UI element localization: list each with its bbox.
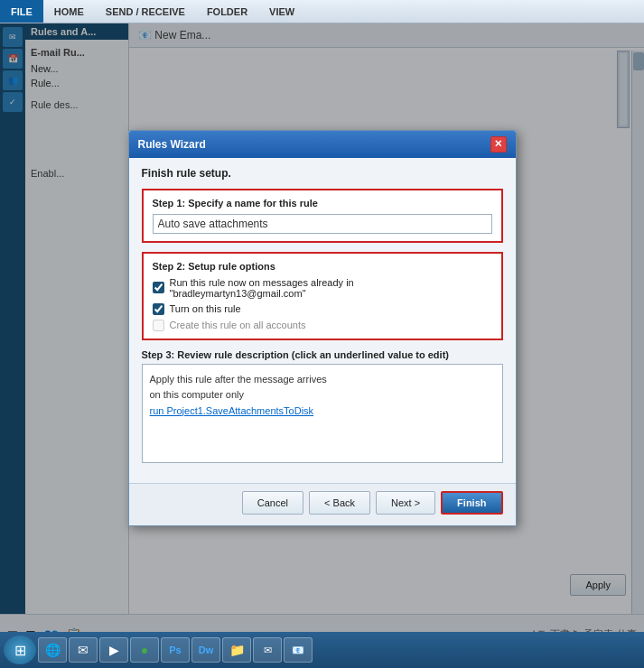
taskbar: ⊞ 🌐 ✉ ▶ ● Ps Dw 📁 ✉ 📧: [0, 632, 644, 668]
ribbon: FILE HOME SEND / RECEIVE FOLDER VIEW: [0, 0, 644, 23]
step3-line1: Apply this rule after the message arrive…: [150, 374, 327, 385]
checkbox-turn-on[interactable]: [153, 303, 164, 315]
dialog-titlebar: Rules Wizard ✕: [129, 131, 516, 158]
checkbox-all-accounts: [153, 320, 164, 331]
step1-label: Step 1: Specify a name for this rule: [153, 198, 492, 209]
step3-link[interactable]: run Project1.SaveAttachmentsToDisk: [150, 405, 314, 416]
taskbar-word[interactable]: ✉: [253, 637, 282, 663]
checkbox1-label: Run this rule now on messages already in…: [170, 277, 492, 299]
checkbox2-label: Turn on this rule: [170, 303, 241, 314]
dialog-buttons: Cancel < Back Next > Finish: [129, 483, 516, 525]
dialog-subtitle: Finish rule setup.: [142, 167, 503, 180]
taskbar-folder[interactable]: 📁: [222, 637, 251, 663]
step2-box: Step 2: Setup rule options Run this rule…: [142, 252, 503, 340]
tab-file[interactable]: FILE: [0, 0, 43, 23]
step3-line2: on this computer only: [150, 389, 245, 400]
checkbox-run-now[interactable]: [153, 282, 164, 293]
step1-box: Step 1: Specify a name for this rule: [142, 189, 503, 243]
checkbox3-row: Create this rule on all accounts: [153, 320, 492, 331]
cancel-button[interactable]: Cancel: [242, 491, 303, 515]
checkbox2-row: Turn on this rule: [153, 303, 492, 315]
rule-name-input[interactable]: [153, 214, 492, 234]
taskbar-mail[interactable]: ✉: [69, 637, 98, 663]
taskbar-dw[interactable]: Dw: [191, 637, 220, 663]
start-button[interactable]: ⊞: [4, 636, 36, 664]
dialog-close-button[interactable]: ✕: [490, 136, 507, 153]
rules-wizard-dialog: Rules Wizard ✕ Finish rule setup. Step 1…: [128, 130, 517, 526]
checkbox3-label: Create this rule on all accounts: [170, 320, 306, 330]
step3-content: Apply this rule after the message arrive…: [142, 364, 503, 463]
dialog-body: Finish rule setup. Step 1: Specify a nam…: [129, 158, 516, 483]
tab-home[interactable]: HOME: [43, 0, 95, 23]
taskbar-ie[interactable]: 🌐: [38, 637, 67, 663]
taskbar-chrome[interactable]: ●: [130, 637, 159, 663]
step3-label: Step 3: Review rule description (click a…: [142, 349, 503, 360]
back-button[interactable]: < Back: [309, 491, 370, 515]
taskbar-outlook[interactable]: 📧: [284, 637, 313, 663]
finish-button[interactable]: Finish: [441, 491, 502, 515]
outlook-background: ✉ 📅 👥 ✓ Rules and A... E-mail Ru... New.…: [0, 23, 644, 668]
next-button[interactable]: Next >: [376, 491, 435, 515]
tab-send-receive[interactable]: SEND / RECEIVE: [95, 0, 196, 23]
checkbox1-row: Run this rule now on messages already in…: [153, 277, 492, 299]
step2-label: Step 2: Setup rule options: [153, 261, 492, 272]
taskbar-ps[interactable]: Ps: [161, 637, 190, 663]
modal-overlay: Rules Wizard ✕ Finish rule setup. Step 1…: [0, 23, 644, 632]
taskbar-media[interactable]: ▶: [99, 637, 128, 663]
tab-folder[interactable]: FOLDER: [196, 0, 258, 23]
step3-section: Step 3: Review rule description (click a…: [142, 349, 503, 463]
dialog-title: Rules Wizard: [138, 138, 206, 151]
tab-view[interactable]: VIEW: [258, 0, 305, 23]
